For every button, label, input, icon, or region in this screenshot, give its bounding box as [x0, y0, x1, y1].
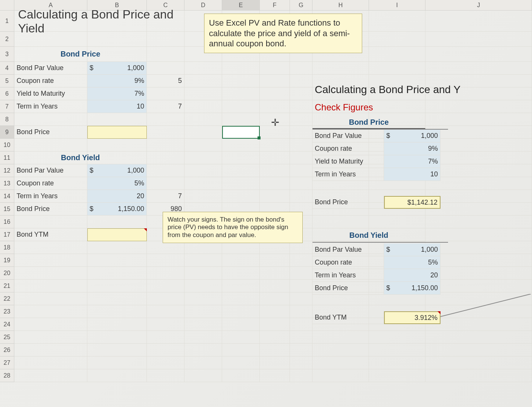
output-bond-ytm[interactable]: [87, 228, 147, 241]
comment-indicator-icon: [144, 228, 147, 231]
label-ytm: Yield to Maturity: [14, 87, 87, 100]
bond-yield-header: Bond Yield: [14, 151, 147, 164]
r2-label-par: Bond Par Value: [312, 243, 384, 256]
row-header-8[interactable]: 8: [0, 113, 14, 126]
label-bond-ytm: Bond YTM: [14, 228, 87, 241]
col-header-H[interactable]: H: [312, 0, 369, 11]
active-cell[interactable]: [222, 126, 260, 139]
row-header-27[interactable]: 27: [0, 357, 14, 369]
row-header-7[interactable]: 7: [0, 100, 14, 113]
row-header-11[interactable]: 11: [0, 151, 14, 164]
row-header-19[interactable]: 19: [0, 254, 14, 267]
right-title: Calculating a Bond Price and Y: [312, 82, 532, 97]
label-coupon: Coupon rate: [14, 75, 87, 87]
r-label-par: Bond Par Value: [312, 130, 384, 142]
row-header-4[interactable]: 4: [0, 62, 14, 75]
row-header-1[interactable]: 1: [0, 11, 14, 32]
r2-val-term: 20: [384, 269, 441, 282]
input-term2[interactable]: 20: [87, 190, 147, 203]
cell-c7[interactable]: 7: [147, 100, 184, 113]
row-header-26[interactable]: 26: [0, 344, 14, 357]
col-header-J[interactable]: J: [425, 0, 532, 11]
row-header-28[interactable]: 28: [0, 369, 14, 382]
label-price2: Bond Price: [14, 203, 87, 216]
label-term: Term in Years: [14, 100, 87, 113]
label-par2: Bond Par Value: [14, 164, 87, 177]
right-bp-header: Bond Price: [312, 116, 425, 129]
label-par: Bond Par Value: [14, 62, 87, 75]
label-term2: Term in Years: [14, 190, 87, 203]
instruction-note: Use Excel PV and Rate functions to calcu…: [204, 14, 362, 53]
row-header-17[interactable]: 17: [0, 228, 14, 241]
comment-indicator-icon: [437, 311, 441, 314]
r2-label-term: Term in Years: [312, 269, 384, 282]
r-label-price: Bond Price: [312, 196, 384, 209]
col-header-I[interactable]: I: [369, 0, 425, 11]
cell-c5[interactable]: 5: [147, 75, 184, 87]
r2-val-ytm: 3.912%: [384, 311, 441, 324]
row-header-23[interactable]: 23: [0, 305, 14, 318]
page-title: Calculating a Bond Price and Yield: [16, 13, 204, 30]
input-term[interactable]: 10: [87, 100, 147, 113]
row-header-18[interactable]: 18: [0, 241, 14, 254]
check-figures-label: Check Figures: [312, 100, 425, 115]
right-by-header: Bond Yield: [312, 229, 425, 242]
cell-c14[interactable]: 7: [147, 190, 184, 203]
input-coupon2[interactable]: 5%: [87, 177, 147, 190]
r2-val-price: $1,150.00: [384, 282, 441, 295]
r2-label-ytm: Bond YTM: [312, 311, 384, 324]
r-label-ytm: Yield to Maturity: [312, 155, 384, 168]
r-val-ytm: 7%: [384, 155, 441, 168]
row-header-10[interactable]: 10: [0, 139, 14, 151]
row-header-21[interactable]: 21: [0, 280, 14, 292]
input-par2[interactable]: $ 1,000: [87, 164, 147, 177]
svg-line-0: [441, 294, 531, 317]
r2-label-coupon: Coupon rate: [312, 256, 384, 269]
select-all-corner[interactable]: [0, 0, 14, 11]
row-header-14[interactable]: 14: [0, 190, 14, 203]
row-header-3[interactable]: 3: [0, 47, 14, 62]
row-header-5[interactable]: 5: [0, 75, 14, 87]
bond-price-header: Bond Price: [14, 47, 147, 62]
r2-val-par: $1,000: [384, 243, 441, 256]
row-header-13[interactable]: 13: [0, 177, 14, 190]
row-header-9[interactable]: 9: [0, 126, 14, 139]
r-val-par: $1,000: [384, 130, 441, 142]
input-par[interactable]: $ 1,000: [87, 62, 147, 75]
r-label-term: Term in Years: [312, 168, 384, 181]
row-header-15[interactable]: 15: [0, 203, 14, 216]
col-header-G[interactable]: G: [290, 0, 312, 11]
spreadsheet[interactable]: ABCDEFGHIJ 12345678910111213141516171819…: [0, 0, 532, 407]
col-header-E[interactable]: E: [222, 0, 260, 11]
connector-line: [441, 294, 532, 347]
row-header-22[interactable]: 22: [0, 292, 14, 305]
row-header-16[interactable]: 16: [0, 216, 14, 228]
row-header-24[interactable]: 24: [0, 318, 14, 331]
col-header-F[interactable]: F: [260, 0, 290, 11]
r2-label-price: Bond Price: [312, 282, 384, 295]
row-header-25[interactable]: 25: [0, 331, 14, 344]
r-val-coupon: 9%: [384, 142, 441, 155]
label-bond-price: Bond Price: [14, 126, 87, 139]
input-price2[interactable]: $ 1,150.00: [87, 203, 147, 216]
signs-note: Watch your signs. The sign on the bond's…: [163, 212, 303, 243]
output-bond-price[interactable]: [87, 126, 147, 139]
row-header-2[interactable]: 2: [0, 32, 14, 47]
row-header-12[interactable]: 12: [0, 164, 14, 177]
cursor-icon: ✛: [271, 117, 279, 129]
input-ytm[interactable]: 7%: [87, 87, 147, 100]
row-header-20[interactable]: 20: [0, 267, 14, 280]
r2-val-coupon: 5%: [384, 256, 441, 269]
r-label-coupon: Coupon rate: [312, 142, 384, 155]
input-coupon[interactable]: 9%: [87, 75, 147, 87]
label-coupon2: Coupon rate: [14, 177, 87, 190]
r-val-price: $1,142.12: [384, 196, 441, 209]
row-header-6[interactable]: 6: [0, 87, 14, 100]
r-val-term: 10: [384, 168, 441, 181]
